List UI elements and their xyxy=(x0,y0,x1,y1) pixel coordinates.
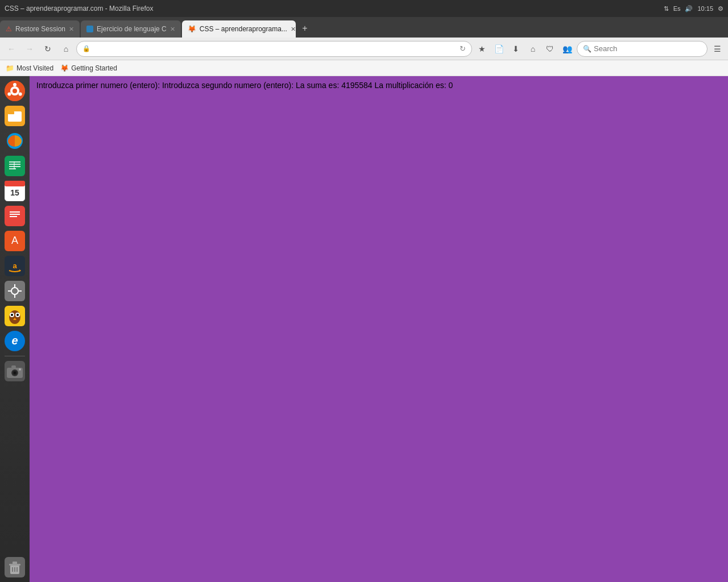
language-indicator: Es xyxy=(673,5,681,12)
dock-files[interactable] xyxy=(3,105,26,127)
tab-css[interactable]: 🦊 CSS – aprenderaprograma... ✕ xyxy=(182,20,296,38)
screenshot-button[interactable]: 👥 xyxy=(560,41,574,56)
menu-button[interactable]: ☰ xyxy=(710,41,725,56)
svg-point-39 xyxy=(16,314,19,316)
page-text: Introduzca primer numero (entero): Intro… xyxy=(36,81,453,90)
dock-camera[interactable] xyxy=(3,360,26,383)
dock-apps[interactable]: A xyxy=(3,230,26,252)
most-visited-icon: 📁 xyxy=(6,64,14,72)
tab-ejercicio[interactable]: Ejercicio de lenguaje C ✕ xyxy=(81,20,181,38)
tab2-close[interactable]: ✕ xyxy=(170,26,175,33)
bookmarks-bar: 📁 Most Visited 🦊 Getting Started xyxy=(0,60,728,76)
address-bar[interactable]: 🔒 localhost/suma.php ↻ xyxy=(76,41,472,57)
url-input[interactable]: localhost/suma.php xyxy=(94,44,456,53)
svg-rect-15 xyxy=(9,168,16,169)
dock-calendar[interactable]: 15 xyxy=(3,180,26,202)
dock-tools[interactable] xyxy=(3,280,26,302)
tab3-icon: 🦊 xyxy=(188,25,196,33)
svg-rect-18 xyxy=(5,181,25,186)
svg-text:A: A xyxy=(11,235,18,246)
svg-rect-53 xyxy=(13,562,17,564)
svg-rect-48 xyxy=(11,365,16,368)
network-icon: ⇅ xyxy=(664,5,669,13)
dock-sheets[interactable] xyxy=(3,155,26,177)
svg-point-3 xyxy=(13,83,16,86)
search-input[interactable] xyxy=(594,44,701,53)
tab3-close[interactable]: ✕ xyxy=(291,26,296,33)
nav-bar: ← → ↻ ⌂ 🔒 localhost/suma.php ↻ ★ 📄 ⬇ ⌂ 🛡… xyxy=(0,38,728,60)
svg-point-4 xyxy=(19,93,22,96)
dock-amazon[interactable]: a xyxy=(3,255,26,277)
title-bar-title: CSS – aprenderaprogramar.com - Mozilla F… xyxy=(5,5,153,13)
back-button[interactable]: ← xyxy=(3,41,19,57)
forward-button[interactable]: → xyxy=(22,41,38,57)
dock-trash[interactable] xyxy=(3,556,26,579)
tab2-icon xyxy=(86,26,93,32)
getting-started-icon: 🦊 xyxy=(60,64,69,72)
reading-view-button[interactable]: 📄 xyxy=(491,41,506,56)
svg-point-49 xyxy=(19,368,21,371)
page-content: Introduzca primer numero (entero): Intro… xyxy=(30,76,728,94)
tab-restore-session[interactable]: ⚠ Restore Session ✕ xyxy=(0,20,80,38)
svg-point-35 xyxy=(9,310,20,324)
dock-docs[interactable] xyxy=(3,205,26,227)
home-button[interactable]: ⌂ xyxy=(58,41,74,57)
bookmark-most-visited[interactable]: 📁 Most Visited xyxy=(6,64,53,72)
most-visited-label: Most Visited xyxy=(16,64,53,72)
reload-button[interactable]: ↻ xyxy=(40,41,56,57)
svg-point-47 xyxy=(14,372,16,374)
browser-viewport: Introduzca primer numero (entero): Intro… xyxy=(30,76,728,582)
tab3-label: CSS – aprenderaprograma... xyxy=(200,25,287,33)
svg-rect-28 xyxy=(5,281,25,301)
dock-firefox[interactable] xyxy=(3,130,26,152)
clock: 10:15 xyxy=(697,5,713,12)
title-bar: CSS – aprenderaprogramar.com - Mozilla F… xyxy=(0,0,728,17)
dock-ie[interactable]: e xyxy=(3,330,26,352)
search-bar[interactable]: 🔍 xyxy=(577,41,708,57)
tab-bar: ⚠ Restore Session ✕ Ejercicio de lenguaj… xyxy=(0,17,728,38)
svg-text:a: a xyxy=(13,261,17,270)
svg-text:e: e xyxy=(11,334,18,347)
dock: 15 A a xyxy=(0,76,30,582)
content-area: 15 A a xyxy=(0,76,728,582)
search-icon: 🔍 xyxy=(583,45,592,53)
pocket-button[interactable]: 🛡 xyxy=(543,41,557,56)
getting-started-label: Getting Started xyxy=(71,64,117,72)
volume-icon: 🔊 xyxy=(685,5,693,13)
svg-text:15: 15 xyxy=(10,188,19,197)
new-tab-button[interactable]: + xyxy=(297,20,313,36)
lock-icon: 🔒 xyxy=(82,45,90,52)
svg-rect-16 xyxy=(14,161,15,169)
svg-rect-23 xyxy=(10,216,17,217)
power-icon: ⚙ xyxy=(718,5,723,13)
dock-separator xyxy=(5,356,25,356)
svg-rect-21 xyxy=(10,211,20,213)
tab1-label: Restore Session xyxy=(15,25,65,33)
svg-point-38 xyxy=(11,314,13,316)
bookmark-getting-started[interactable]: 🦊 Getting Started xyxy=(60,64,117,72)
reload-icon-small: ↻ xyxy=(460,44,466,53)
bookmark-star-button[interactable]: ★ xyxy=(474,41,489,56)
svg-point-2 xyxy=(13,89,17,93)
tab2-label: Ejercicio de lenguaje C xyxy=(97,25,167,33)
home-nav-button[interactable]: ⌂ xyxy=(526,41,540,56)
download-button[interactable]: ⬇ xyxy=(508,41,523,56)
svg-rect-8 xyxy=(8,111,14,114)
tab1-icon: ⚠ xyxy=(6,25,12,33)
svg-point-5 xyxy=(7,93,11,96)
dock-ubuntu[interactable] xyxy=(3,80,26,102)
svg-rect-22 xyxy=(10,214,20,215)
dock-owl[interactable] xyxy=(3,305,26,327)
tab1-close[interactable]: ✕ xyxy=(69,26,74,33)
